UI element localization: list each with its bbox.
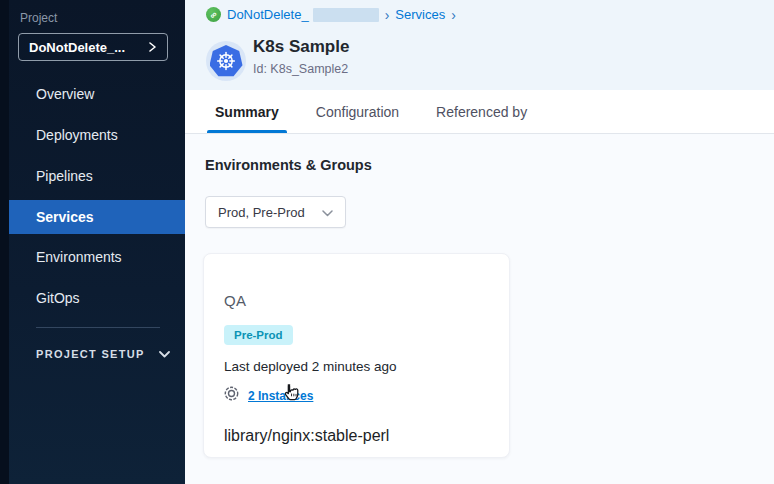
instances-row: 2 Instances (224, 386, 489, 405)
chevron-down-icon (159, 348, 170, 360)
sidebar-item-label: GitOps (36, 290, 80, 306)
sidebar-item-overview[interactable]: Overview (9, 77, 185, 111)
sidebar-divider (36, 327, 160, 328)
sidebar-item-deployments[interactable]: Deployments (9, 118, 185, 152)
chevron-down-icon (322, 205, 333, 220)
environment-name: QA (224, 292, 489, 309)
breadcrumb-separator-icon: › (385, 8, 390, 22)
project-setup-label: PROJECT SETUP (36, 348, 145, 360)
service-icon-circle (206, 41, 246, 81)
text-selection-highlight (313, 8, 379, 22)
breadcrumb-project-link[interactable]: DoNotDelete_ (227, 7, 309, 22)
artifact-name: library/nginx:stable-perl (224, 427, 489, 445)
sidebar-item-label: Pipelines (36, 168, 93, 184)
environment-card-qa: QA Pre-Prod Last deployed 2 minutes ago … (203, 253, 510, 458)
sidebar: Project DoNotDelete_... Overview Deploym… (0, 0, 185, 484)
summary-content: Environments & Groups Prod, Pre-Prod QA … (185, 135, 774, 484)
breadcrumb-services-link[interactable]: Services (395, 7, 445, 22)
instances-icon (224, 386, 239, 405)
last-deployed-text: Last deployed 2 minutes ago (224, 359, 489, 374)
breadcrumb: ∞ DoNotDelete_ › Services › (206, 7, 456, 22)
instances-link[interactable]: 2 Instances (248, 389, 313, 403)
sidebar-item-gitops[interactable]: GitOps (9, 281, 185, 315)
section-title: Environments & Groups (205, 157, 372, 173)
sidebar-rail (0, 0, 9, 484)
tab-configuration[interactable]: Configuration (316, 90, 399, 133)
sidebar-item-environments[interactable]: Environments (9, 240, 185, 274)
env-type-badge: Pre-Prod (224, 325, 293, 345)
project-green-icon: ∞ (206, 7, 221, 22)
tab-bar: Summary Configuration Referenced by (185, 90, 774, 134)
sidebar-item-label: Overview (36, 86, 94, 102)
environment-filter-dropdown[interactable]: Prod, Pre-Prod (205, 196, 346, 228)
kubernetes-icon (210, 45, 243, 77)
project-label: Project (20, 11, 57, 25)
environment-filter-value: Prod, Pre-Prod (218, 205, 322, 220)
project-setup-toggle[interactable]: PROJECT SETUP (36, 348, 170, 360)
sidebar-item-services[interactable]: Services (9, 200, 185, 234)
breadcrumb-separator-icon: › (451, 8, 456, 22)
main-area: ∞ DoNotDelete_ › Services › (185, 0, 774, 484)
sidebar-item-label: Deployments (36, 127, 118, 143)
breadcrumb-project-text: DoNotDelete_ (227, 7, 309, 22)
tab-referenced-by[interactable]: Referenced by (436, 90, 527, 133)
project-selector[interactable]: DoNotDelete_... (18, 33, 168, 61)
chevron-right-icon (148, 40, 157, 55)
sidebar-item-pipelines[interactable]: Pipelines (9, 159, 185, 193)
service-id: Id: K8s_Sample2 (253, 62, 348, 76)
tab-summary[interactable]: Summary (215, 90, 279, 133)
sidebar-item-label: Environments (36, 249, 122, 265)
sidebar-item-label: Services (36, 209, 94, 225)
page-header: ∞ DoNotDelete_ › Services › (185, 0, 774, 90)
project-selector-value: DoNotDelete_... (29, 40, 148, 55)
page-title: K8s Sample (253, 37, 349, 57)
